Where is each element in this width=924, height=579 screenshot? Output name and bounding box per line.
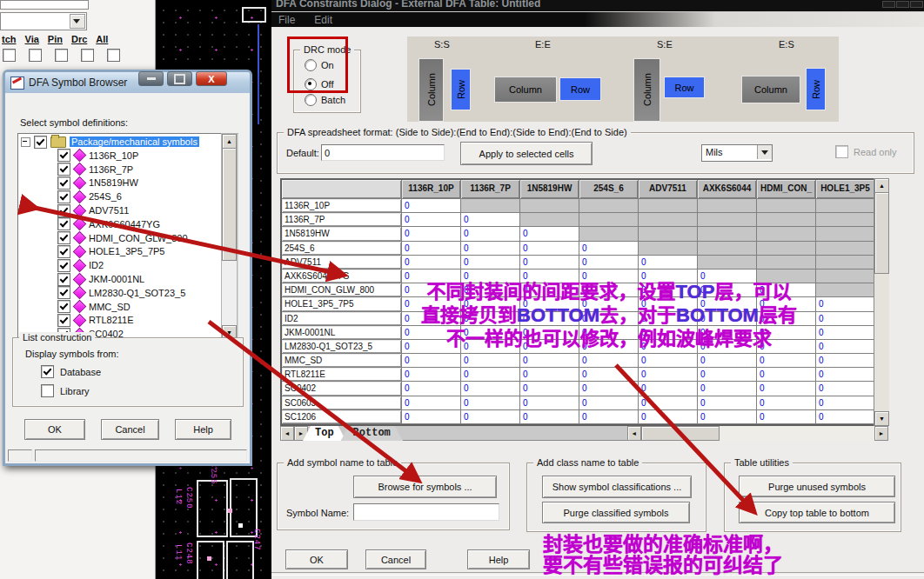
- row-label[interactable]: ADV7511: [282, 256, 402, 270]
- tree-item-checkbox[interactable]: [57, 300, 70, 313]
- table-horizontal-scrollbar[interactable]: ◄ ►: [627, 426, 888, 441]
- table-value-cell[interactable]: 0: [520, 368, 579, 382]
- table-value-cell[interactable]: 0: [520, 382, 579, 396]
- row-label[interactable]: SC0603: [282, 396, 402, 410]
- combobox-dropdown-button[interactable]: [70, 14, 85, 29]
- minimize-button[interactable]: [138, 71, 164, 86]
- table-value-cell[interactable]: 0: [520, 256, 579, 270]
- table-value-cell[interactable]: 0: [698, 368, 757, 382]
- table-value-cell[interactable]: 0: [639, 354, 698, 368]
- table-value-cell[interactable]: 0: [461, 256, 520, 270]
- filter-checkbox-tch[interactable]: [3, 49, 16, 62]
- table-value-cell[interactable]: 0: [816, 396, 875, 410]
- menu-file[interactable]: File: [278, 14, 295, 26]
- table-value-cell[interactable]: 0: [402, 396, 461, 410]
- show-symbol-classifications-button[interactable]: Show symbol classifications ...: [542, 476, 692, 498]
- column-header-1136R_7P[interactable]: 1136R_7P: [461, 180, 520, 199]
- tree-item-checkbox[interactable]: [57, 204, 70, 217]
- tree-item-254S_6[interactable]: 254S_6: [18, 190, 238, 203]
- default-value-input[interactable]: [321, 144, 445, 161]
- tree-root-checkbox[interactable]: [34, 136, 47, 149]
- tree-item-ID2[interactable]: ID2: [18, 258, 238, 272]
- menu-edit[interactable]: Edit: [314, 14, 332, 26]
- tree-item-1N5819HW[interactable]: 1N5819HW: [18, 176, 238, 190]
- table-value-cell[interactable]: 0: [461, 382, 520, 396]
- library-option[interactable]: Library: [41, 384, 90, 397]
- tree-item-checkbox[interactable]: [57, 314, 70, 327]
- table-value-cell[interactable]: 0: [757, 396, 816, 410]
- minimize-button[interactable]: [882, 1, 895, 8]
- tree-item-checkbox[interactable]: [57, 259, 70, 272]
- table-value-cell[interactable]: 0: [402, 354, 461, 368]
- tree-item-checkbox[interactable]: [57, 149, 70, 162]
- tree-item-MMC_SD[interactable]: MMC_SD: [18, 300, 238, 314]
- table-value-cell[interactable]: 0: [579, 354, 639, 368]
- maximize-button[interactable]: [167, 71, 192, 86]
- column-header-AXK6S6044[interactable]: AXK6S6044: [698, 180, 757, 199]
- radio-batch[interactable]: [305, 94, 317, 106]
- tree-item-RTL8211E[interactable]: RTL8211E: [18, 314, 238, 328]
- row-label[interactable]: RTL8211E: [282, 368, 402, 382]
- row-label[interactable]: MMC_SD: [282, 354, 402, 368]
- symbol-name-input[interactable]: [353, 503, 499, 521]
- table-value-cell[interactable]: 0: [579, 242, 639, 256]
- browser-ok-button[interactable]: OK: [24, 419, 85, 440]
- column-header-ADV7511[interactable]: ADV7511: [639, 180, 698, 199]
- table-value-cell[interactable]: 0: [402, 410, 461, 424]
- purge-classified-symbols-button[interactable]: Purge classified symbols: [542, 502, 690, 523]
- filter-checkbox-drc[interactable]: [81, 49, 94, 62]
- ss-row-button[interactable]: Row: [451, 69, 471, 110]
- dialog-cancel-button[interactable]: Cancel: [365, 549, 426, 569]
- database-option[interactable]: Database: [41, 365, 101, 378]
- column-header-HDMI_CON_[interactable]: HDMI_CON_: [757, 180, 816, 199]
- table-value-cell[interactable]: 0: [698, 410, 757, 424]
- tree-item-checkbox[interactable]: [57, 286, 70, 299]
- browse-for-symbols-button[interactable]: Browse for symbols ...: [353, 476, 497, 498]
- tab-top[interactable]: Top: [303, 426, 346, 441]
- table-value-cell[interactable]: 0: [816, 354, 875, 368]
- units-dropdown-button[interactable]: [757, 145, 772, 159]
- table-value-cell[interactable]: 0: [579, 256, 639, 270]
- tree-item-checkbox[interactable]: [57, 231, 70, 244]
- row-label[interactable]: SC1206: [282, 410, 402, 424]
- purge-unused-symbols-button[interactable]: Purge unused symbols: [739, 476, 895, 497]
- se-row-button[interactable]: Row: [664, 77, 705, 98]
- table-value-cell[interactable]: 0: [816, 382, 875, 396]
- tree-item-checkbox[interactable]: [57, 245, 70, 258]
- tree-item-HDMI_CON_GLW_800[interactable]: HDMI_CON_GLW_800: [18, 231, 238, 245]
- table-value-cell[interactable]: 0: [520, 354, 579, 368]
- tree-item-checkbox[interactable]: [57, 217, 70, 230]
- filter-link-all[interactable]: All: [96, 34, 108, 44]
- se-column-button[interactable]: Column: [633, 58, 660, 122]
- table-value-cell[interactable]: 0: [520, 396, 579, 410]
- tree-item-ADV7511[interactable]: ADV7511: [18, 203, 238, 217]
- collapse-icon[interactable]: [21, 137, 30, 147]
- hscroll-thumb[interactable]: [641, 426, 720, 441]
- database-checkbox[interactable]: [41, 365, 54, 378]
- row-label[interactable]: SC0402: [282, 382, 402, 396]
- scroll-right-icon[interactable]: ►: [874, 426, 888, 441]
- hscroll-track[interactable]: [720, 426, 874, 441]
- table-value-cell[interactable]: 0: [461, 368, 520, 382]
- panel-text-field[interactable]: [0, 0, 89, 10]
- table-value-cell[interactable]: 0: [639, 396, 698, 410]
- filter-checkbox-pin[interactable]: [55, 49, 68, 62]
- scroll-down-icon[interactable]: ▼: [874, 411, 889, 426]
- tab-scroll-left-icon[interactable]: ◄: [280, 426, 294, 441]
- dialog-ok-button[interactable]: OK: [285, 549, 348, 569]
- tree-item-LM2830-Q1_SOT23_5[interactable]: LM2830-Q1_SOT23_5: [18, 286, 238, 300]
- ss-column-button[interactable]: Column: [418, 58, 444, 122]
- panel-combobox[interactable]: [0, 12, 87, 30]
- table-value-cell[interactable]: 0: [402, 256, 461, 270]
- table-value-cell[interactable]: 0: [579, 382, 639, 396]
- table-value-cell[interactable]: 0: [639, 256, 698, 270]
- table-value-cell[interactable]: 0: [698, 396, 757, 410]
- table-value-cell[interactable]: 0: [461, 242, 520, 256]
- tree-scrollbar[interactable]: ▲ ▼: [221, 133, 238, 341]
- copy-top-table-to-bottom-button[interactable]: Copy top table to bottom: [739, 502, 895, 523]
- table-value-cell[interactable]: 0: [461, 227, 520, 241]
- tree-item-1136R_7P[interactable]: 1136R_7P: [18, 163, 238, 176]
- ee-row-button[interactable]: Row: [559, 77, 601, 101]
- filter-link-pin[interactable]: Pin: [48, 34, 63, 44]
- table-value-cell[interactable]: 0: [461, 410, 520, 424]
